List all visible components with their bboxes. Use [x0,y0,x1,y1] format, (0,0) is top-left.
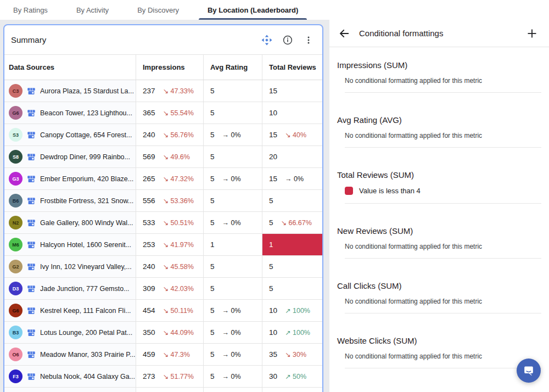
impressions-cell: 237↘ 47.33% [136,80,203,102]
location-name: Beacon Tower, 123 Lighthou... [40,109,132,117]
impressions-cell: 350↘ 44.09% [136,322,203,343]
chat-launcher-icon[interactable] [517,359,541,383]
column-header: Total Reviews [262,55,322,80]
total-reviews-value: 1 [269,240,273,249]
total-reviews-cell: 10 [262,102,322,124]
location-name: Aurora Plaza, 15 Stardust La... [40,87,134,95]
formatting-rule[interactable]: Value is less than 4 [345,187,541,195]
more-options-icon[interactable] [302,34,315,46]
total-reviews-cell: 30↗ 50% [262,366,322,387]
move-icon[interactable] [261,34,273,46]
metric-section: Total Reviews (SUM)Value is less than 4 [337,170,541,204]
delta-down: ↘ 55.54% [163,109,194,117]
impressions-cell: 240↘ 56.76% [136,124,203,145]
total-reviews-value: 5 [269,284,273,293]
no-formatting-note: No conditional formatting applied for th… [345,298,541,305]
add-rule-icon[interactable] [526,27,538,40]
delta-down: ↘ 56.76% [163,131,194,139]
no-formatting-note: No conditional formatting applied for th… [345,77,541,85]
total-reviews-cell: 10↗ 100% [262,300,322,321]
delta-down: ↘ 47.33% [163,87,194,95]
back-arrow-icon[interactable] [338,27,350,40]
tab-by-ratings[interactable]: By Ratings [4,0,57,20]
no-formatting-note: No conditional formatting applied for th… [345,352,541,360]
avg-rating-cell: 5→ 0% [203,168,262,189]
location-badge: B3 [9,326,23,339]
location-name: Canopy Cottage, 654 Forest... [40,131,132,139]
delta-up: ↗ 100% [285,328,310,337]
delta-up: ↗ 50% [285,372,306,380]
total-reviews-value: 15 [269,175,277,183]
impressions-value: 265 [143,175,155,183]
avg-rating-value: 5 [210,262,215,271]
metric-title: Impressions (SUM) [337,60,541,70]
impressions-value: 533 [143,219,155,227]
total-reviews-value: 5 [269,262,273,271]
card-title: Summary [11,35,46,44]
delta-down: ↘ 41.97% [163,240,194,249]
metric-title: Call Clicks (SUM) [337,281,541,290]
avg-rating-cell: 5 [203,278,262,299]
data-source-cell: O6Meadow Manor, 303 Prairie P... [4,344,136,365]
avg-rating-cell: 1 [203,234,262,255]
delta-flat: → 0% [222,373,241,380]
no-formatting-note: No conditional formatting applied for th… [345,243,541,250]
summary-table-card[interactable]: Summary [3,24,323,392]
avg-rating-value: 5 [210,131,215,139]
avg-rating-cell: 5→ 0% [203,322,262,343]
location-name: Gale Gallery, 800 Windy Wal... [40,219,133,227]
section-divider [345,147,541,148]
avg-rating-value: 5 [210,350,215,359]
total-reviews-cell: 15 [262,80,322,102]
location-name: Ivy Inn, 102 Vineyard Valley,... [40,263,132,271]
impressions-value: 365 [143,109,155,117]
impressions-value: 350 [143,328,155,337]
avg-rating-value: 5 [210,175,215,183]
metric-section: Website Clicks (SUM)No conditional forma… [337,336,541,368]
delta-down: ↘ 53.36% [163,197,194,205]
total-reviews-cell: 5↘ 66.67% [262,212,322,233]
section-divider [345,92,541,93]
delta-down: ↘ 45.58% [163,262,194,271]
location-name: Frostbite Fortress, 321 Snow... [40,197,133,205]
impressions-cell: 253↘ 41.97% [136,234,203,255]
rule-color-swatch [345,187,353,195]
impressions-value: 240 [143,262,155,271]
delta-flat: → 0% [222,351,241,359]
summary-table: Data SourcesImpressionsAvg RatingTotal R… [4,55,322,392]
tab-by-activity[interactable]: By Activity [68,0,117,20]
tab-by-location-leaderboard[interactable]: By Location (Leaderboard) [199,0,307,20]
data-source-cell: S3Canopy Cottage, 654 Forest... [4,124,136,145]
avg-rating-value: 5 [210,284,215,293]
avg-rating-value: 1 [210,240,215,249]
total-reviews-value: 20 [269,153,277,161]
info-icon[interactable] [282,34,294,46]
avg-rating-value: 5 [210,328,215,337]
delta-down: ↘ 49.6% [163,153,190,161]
total-reviews-value: 5 [269,219,273,227]
total-reviews-value: 10 [269,328,277,337]
avg-rating-cell: 5 [203,146,262,167]
avg-rating-value: 5 [210,153,215,161]
impressions-value: 273 [143,372,155,380]
location-badge: S3 [9,128,23,142]
delta-down: ↘ 51.77% [163,372,194,380]
metric-section: Avg Rating (AVG)No conditional formattin… [337,115,541,148]
impressions-cell: 556↘ 53.36% [136,190,203,211]
impressions-value: 237 [143,87,155,95]
data-source-cell: F3Nebula Nook, 404 Galaxy Ga... [4,366,136,387]
delta-down: ↘ 47.3% [163,350,190,359]
column-header: Data Sources [4,55,136,80]
impressions-value: 459 [143,350,155,359]
delta-down: ↘ 50.11% [163,306,193,315]
impressions-value: 253 [143,240,155,249]
table-row: G2Ivy Inn, 102 Vineyard Valley,...240↘ 4… [4,256,322,278]
data-source-cell: B3Lotus Lounge, 200 Petal Pat... [4,322,136,343]
table-row-partial [4,388,322,392]
tab-by-discovery[interactable]: By Discovery [128,0,188,20]
table-row: S3Canopy Cottage, 654 Forest...240↘ 56.7… [4,124,322,146]
total-reviews-value: 10 [269,109,277,117]
delta-flat: → 0% [222,307,241,315]
location-badge: C3 [9,84,23,98]
impressions-cell: 309↘ 42.03% [136,278,203,299]
